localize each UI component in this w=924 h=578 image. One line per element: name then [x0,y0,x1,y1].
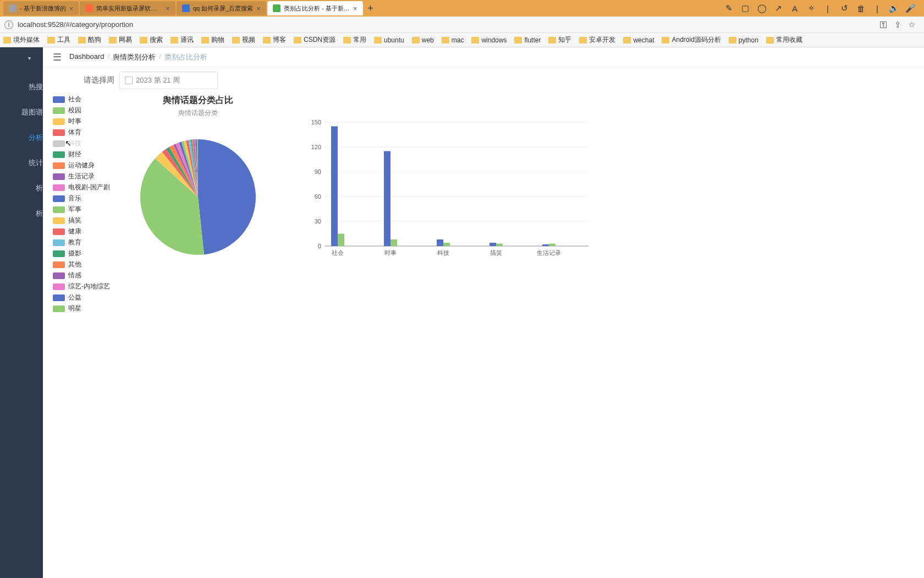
browser-tab-strip: - 基于新浪微博的×简单实用新版录屏软件_多功能…×qq 如何录屏_百度搜索×类… [0,0,924,17]
bookmark-item[interactable]: 境外媒体 [3,35,40,45]
legend-item[interactable]: 电视剧-国产剧 [53,183,110,192]
legend-swatch [53,272,65,279]
favicon-icon [273,4,280,12]
browser-tab[interactable]: qq 如何录屏_百度搜索× [177,1,266,15]
bar[interactable] [490,243,496,246]
close-icon[interactable]: × [166,4,170,13]
legend-item[interactable]: 综艺-内地综艺 [53,282,110,291]
pie-slice[interactable] [198,139,256,254]
legend-item[interactable]: 搞笑 [53,216,110,225]
bookmark-item[interactable]: ubuntu [374,36,404,44]
bookmark-item[interactable]: 视频 [232,35,255,45]
bookmark-item[interactable]: 通讯 [170,35,194,45]
new-tab-button[interactable]: + [364,2,377,15]
mic-icon[interactable]: 🎤 [905,3,915,13]
legend-item[interactable]: 公益 [53,293,110,302]
undo-icon[interactable]: ↺ [839,3,849,13]
trash-icon[interactable]: 🗑 [856,3,866,13]
legend-item[interactable]: 健康 [53,227,110,236]
bar[interactable] [443,243,450,246]
bookmark-item[interactable]: Android源码分析 [662,35,721,45]
legend-item[interactable]: 音乐 [53,194,110,203]
close-icon[interactable]: × [69,4,74,13]
sidebar-item[interactable]: 分析 [0,125,43,150]
week-picker[interactable]: 2023 第 21 周 [119,72,218,89]
legend-item[interactable]: 校园 [53,106,110,115]
bookmark-item[interactable]: wechat [623,36,654,44]
bookmark-item[interactable]: 购物 [201,35,224,45]
bar[interactable] [384,151,391,247]
bookmark-item[interactable]: 搜索 [140,35,163,45]
bookmark-item[interactable]: python [729,36,758,44]
legend-item[interactable]: 时事 [53,117,110,126]
bookmark-item[interactable]: mac [442,36,464,44]
browser-tab[interactable]: 简单实用新版录屏软件_多功能…× [80,1,175,15]
info-icon[interactable]: i [4,20,13,29]
sidebar-item[interactable]: 统计 [0,150,43,176]
sidebar-item[interactable]: 题图谱 [0,100,43,125]
bar[interactable] [496,244,503,247]
legend-item[interactable]: 运动健身 [53,161,110,170]
bookmark-item[interactable]: 博客 [263,35,286,45]
bookmark-item[interactable]: 工具 [47,35,70,45]
bookmark-item[interactable]: flutter [514,36,541,44]
breadcrumb-root[interactable]: Dashboard [69,52,105,62]
square-icon[interactable]: ▢ [740,3,750,13]
circle-icon[interactable]: ◯ [757,3,767,13]
bookmark-item[interactable]: CSDN资源 [294,35,336,45]
legend-item[interactable]: 社会 [53,95,110,104]
share-icon[interactable]: ⇪ [894,20,901,30]
hamburger-icon[interactable]: ☰ [53,51,62,63]
browser-tab[interactable]: - 基于新浪微博的× [3,1,79,15]
folder-icon [412,37,420,43]
breadcrumb-mid[interactable]: 舆情类别分析 [113,52,156,62]
bookmark-item[interactable]: windows [471,36,507,44]
legend-item[interactable]: 摄影 [53,249,110,258]
bar[interactable] [331,127,338,247]
text-icon[interactable]: A [790,3,800,13]
volume-icon[interactable]: 🔈 [889,3,899,13]
legend-item[interactable]: 军事 [53,205,110,214]
star-icon[interactable]: ☆ [908,20,915,30]
bookmark-item[interactable]: 常用收藏 [766,35,802,45]
sidebar-item[interactable]: 析 [0,201,43,226]
bookmark-item[interactable]: 常用 [343,35,366,45]
legend-item[interactable]: 科技 [53,139,110,148]
calendar-icon [125,77,133,84]
bookmark-label: 工具 [57,35,70,45]
bar[interactable] [437,239,443,246]
bookmark-item[interactable]: 安卓开发 [579,35,615,45]
key-icon[interactable]: ⚿ [879,20,888,30]
bar[interactable] [542,244,549,246]
sidebar-item[interactable]: 析 [0,176,43,201]
legend-item[interactable]: 明星 [53,304,110,313]
bookmark-label: wechat [633,36,654,44]
bar[interactable] [391,239,397,246]
sidebar-item[interactable]: 热搜 [0,74,43,100]
chevron-down-icon[interactable]: ▾ [0,55,43,61]
bookmark-item[interactable]: 酷狗 [78,35,101,45]
wand-icon[interactable]: ✧ [806,3,816,13]
close-icon[interactable]: × [256,4,261,13]
folder-icon [140,37,147,43]
favicon-icon [9,4,16,12]
divider-icon: | [823,3,833,13]
legend-item[interactable]: 财经 [53,150,110,159]
close-icon[interactable]: × [353,4,358,13]
legend-item[interactable]: 生活记录 [53,172,110,181]
legend-item[interactable]: 教育 [53,238,110,247]
bookmark-item[interactable]: 知乎 [548,35,571,45]
bookmark-item[interactable]: web [412,36,434,44]
url-text[interactable]: localhost:9528/#/category/proportion [18,20,875,29]
browser-tab[interactable]: 类别占比分析 - 基于新浪微博的× [267,1,363,15]
bar[interactable] [549,244,556,247]
pencil-icon[interactable]: ✎ [724,3,734,13]
arrow-icon[interactable]: ↗ [773,3,783,13]
bar[interactable] [338,234,344,247]
legend-item[interactable]: 体育 [53,128,110,137]
legend-swatch [53,283,65,290]
tab-title: 简单实用新版录屏软件_多功能… [96,4,162,13]
legend-item[interactable]: 情感 [53,271,110,280]
bookmark-item[interactable]: 网易 [109,35,132,45]
legend-item[interactable]: 其他 [53,260,110,269]
